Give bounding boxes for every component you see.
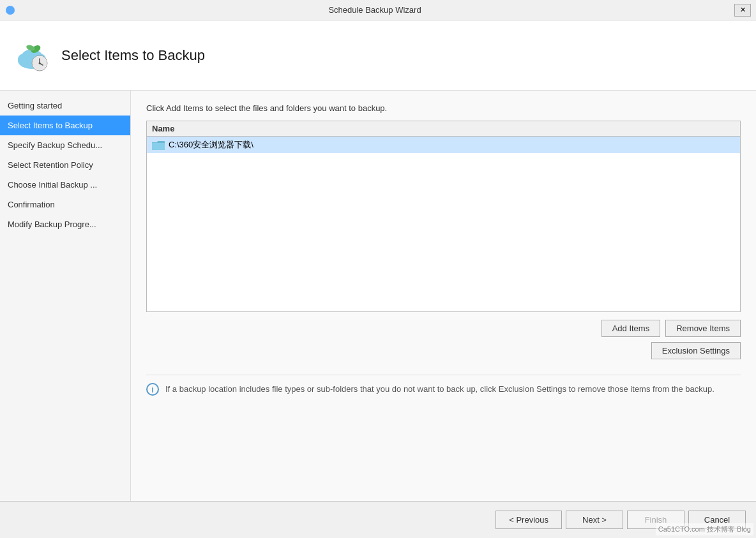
wizard-header: Select Items to Backup [0,20,756,91]
main-panel: Click Add Items to select the files and … [131,91,756,501]
file-list-container: Name C:\360安全浏览器下载\ [146,121,741,312]
app-icon [5,5,15,15]
info-icon: i [146,383,159,396]
exclusion-settings-button[interactable]: Exclusion Settings [651,342,741,359]
window-title: Schedule Backup Wizard [15,5,734,15]
instruction-text: Click Add Items to select the files and … [146,103,741,113]
folder-icon [152,140,165,150]
svg-point-0 [6,6,15,15]
watermark: Ca51CTO.com 技术博客 Blog [656,523,753,535]
header-icon [13,36,51,75]
info-box: i If a backup location includes file typ… [146,375,741,403]
svg-rect-15 [152,143,165,149]
previous-button[interactable]: < Previous [495,511,562,529]
file-list-body: C:\360安全浏览器下载\ [147,137,740,153]
wizard-footer: < Previous Next > Finish Cancel [0,501,756,538]
close-button[interactable]: ✕ [734,4,751,17]
window-controls: ✕ [734,4,751,17]
sidebar-item-initial-backup[interactable]: Choose Initial Backup ... [0,175,130,195]
sidebar-item-select-items[interactable]: Select Items to Backup [0,116,130,135]
page-title: Select Items to Backup [61,47,205,64]
exclusion-row: Exclusion Settings [146,342,741,359]
sidebar-item-getting-started[interactable]: Getting started [0,96,130,116]
file-path: C:\360安全浏览器下载\ [169,139,253,151]
wizard-body: Getting started Select Items to Backup S… [0,91,756,501]
svg-point-11 [39,62,41,64]
sidebar-item-retention-policy[interactable]: Select Retention Policy [0,155,130,175]
svg-text:i: i [151,385,153,394]
list-item[interactable]: C:\360安全浏览器下载\ [147,137,740,153]
next-button[interactable]: Next > [566,511,623,529]
title-bar: Schedule Backup Wizard ✕ [0,0,756,20]
info-text: If a backup location includes file types… [165,383,714,396]
sidebar-item-modify-progress[interactable]: Modify Backup Progre... [0,214,130,234]
sidebar-item-specify-schedule[interactable]: Specify Backup Schedu... [0,135,130,155]
add-items-button[interactable]: Add Items [601,320,661,337]
file-list-header: Name [147,121,740,137]
remove-items-button[interactable]: Remove Items [665,320,741,337]
action-buttons: Add Items Remove Items [146,320,741,337]
sidebar-item-confirmation[interactable]: Confirmation [0,195,130,214]
sidebar: Getting started Select Items to Backup S… [0,91,131,501]
